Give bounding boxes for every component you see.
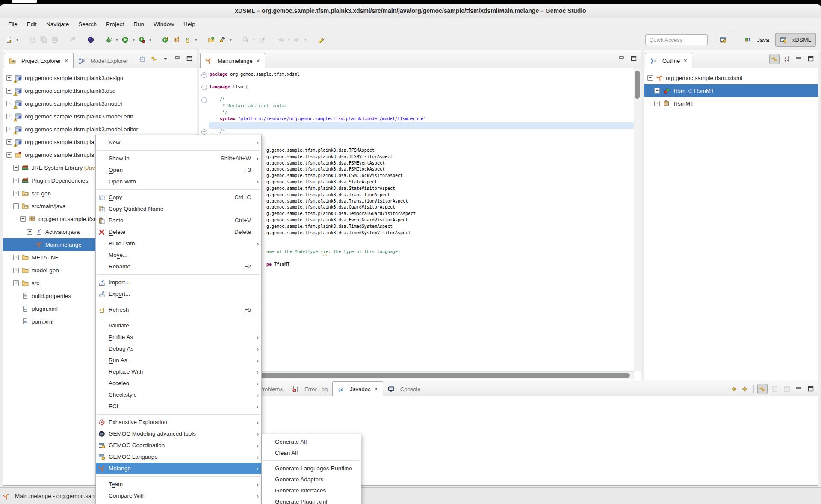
link-with-editor-button[interactable] — [769, 54, 780, 64]
window-titlebar[interactable]: xDSML – org.gemoc.sample.tfsm.plaink3.xd… — [0, 4, 821, 18]
expand-toggle-icon[interactable]: + — [13, 191, 19, 196]
print-button[interactable] — [49, 34, 60, 45]
run-dropdown-caret[interactable]: ▾ — [131, 38, 136, 42]
expand-toggle-icon[interactable]: + — [6, 114, 12, 119]
submenu-item-clean-all[interactable]: Clean All — [262, 447, 361, 458]
next-annotation-button[interactable] — [240, 34, 251, 45]
new-java-package-button[interactable] — [171, 34, 182, 45]
external-tools-dropdown-caret[interactable]: ▾ — [148, 38, 153, 42]
tab-outline[interactable]: Outline✕ — [645, 53, 692, 68]
menu-item-new[interactable]: New› — [96, 137, 261, 148]
tab-error-log[interactable]: Error Log — [287, 382, 332, 396]
menu-window[interactable]: Window — [149, 20, 179, 29]
maximize-button[interactable] — [806, 384, 815, 394]
menu-navigate[interactable]: Navigate — [41, 20, 74, 29]
menu-item-replace-with[interactable]: Replace With› — [96, 366, 261, 377]
menu-item-gemoc-modeling-advanced-tools[interactable]: MGEMOC Modeling advanced tools› — [96, 428, 261, 439]
collapse-toggle-icon[interactable]: − — [20, 216, 26, 222]
tab-javadoc[interactable]: @Javadoc✕ — [332, 381, 383, 397]
minimize-button[interactable] — [794, 54, 803, 64]
next-annotation-dropdown-caret[interactable]: ▾ — [251, 38, 257, 42]
close-icon[interactable]: ✕ — [374, 386, 378, 392]
fold-collapse-icon[interactable]: − — [201, 72, 207, 78]
menu-item-copy-qualified-name[interactable]: Copy Qualified Name — [96, 203, 261, 215]
expand-toggle-icon[interactable]: + — [13, 255, 19, 260]
minimize-button[interactable] — [617, 54, 626, 63]
minimize-button[interactable] — [173, 54, 182, 63]
minimize-button[interactable] — [794, 384, 803, 394]
expand-toggle-icon[interactable]: + — [6, 127, 12, 132]
tree-item-org-gemoc-sample-tfsm-plaink3-model[interactable]: +org.gemoc.sample.tfsm.plaink3.model — [3, 97, 197, 110]
tree-item-tfsm-tfsmmt-selected[interactable]: +Tfsm ◁ TfsmMT — [644, 84, 818, 97]
tree-item-org-gemoc-sample-tfsm-plaink3-design[interactable]: +org.gemoc.sample.tfsm.plaink3.design — [3, 71, 197, 84]
mark-occurrences-button[interactable] — [315, 34, 326, 45]
close-icon[interactable]: ✕ — [683, 58, 687, 64]
menu-item-open-with[interactable]: Open With› — [96, 176, 261, 187]
menu-item-gemoc-language[interactable]: GEMOC Language› — [96, 451, 261, 463]
new-java-class-button[interactable]: C — [160, 34, 171, 45]
menu-item-copy[interactable]: CopyCtrl+C — [96, 192, 261, 203]
menu-help[interactable]: Help — [179, 20, 200, 29]
editor-vertical-scrollbar[interactable] — [634, 68, 641, 371]
expand-toggle-icon[interactable]: + — [13, 280, 19, 286]
menu-item-show-in[interactable]: Show InShift+Alt+W› — [96, 153, 261, 164]
menu-item-ecl[interactable]: ECL› — [96, 401, 261, 412]
debug-dropdown-caret[interactable]: ▾ — [114, 38, 120, 42]
editor-horizontal-scrollbar[interactable] — [200, 371, 634, 379]
menu-item-paste[interactable]: PasteCtrl+V — [96, 215, 261, 226]
menu-item-export[interactable]: Export... — [96, 288, 261, 300]
search-button[interactable] — [217, 34, 228, 45]
forward-button[interactable] — [741, 384, 750, 394]
code-editor[interactable]: package org.gemoc.sample.tfsm.xdsmllangu… — [210, 71, 633, 371]
back-button[interactable] — [275, 34, 286, 45]
open-task-button[interactable] — [206, 34, 217, 45]
expand-toggle-icon[interactable]: + — [6, 101, 12, 106]
open-perspective-button[interactable] — [718, 35, 728, 44]
fold-collapse-icon[interactable]: − — [201, 97, 207, 103]
menu-run[interactable]: Run — [129, 20, 149, 29]
coverage-dropdown-caret[interactable]: ▾ — [193, 38, 199, 42]
tab-project-explorer[interactable]: Project Explorer✕ — [4, 53, 74, 68]
menu-edit[interactable]: Edit — [22, 20, 41, 29]
collapse-toggle-icon[interactable]: − — [13, 203, 19, 209]
scrollbar-thumb[interactable] — [635, 71, 640, 99]
menu-item-validate[interactable]: Validate — [96, 320, 261, 331]
expand-toggle-icon[interactable]: + — [6, 139, 12, 145]
menu-item-refresh[interactable]: RefreshF5 — [96, 304, 261, 315]
link-with-editor-button[interactable] — [149, 54, 158, 63]
menu-project[interactable]: Project — [101, 20, 129, 29]
tab-model-explorer[interactable]: Model Explorer — [74, 53, 133, 68]
menu-item-exhaustive-exploration[interactable]: Exhaustive Exploration› — [96, 416, 261, 428]
menu-item-run-as[interactable]: Run As› — [96, 354, 261, 366]
tab-main-melange[interactable]: Main.melange✕ — [200, 53, 265, 68]
forward-dropdown-caret[interactable]: ▾ — [303, 38, 308, 42]
menu-item-move[interactable]: Move... — [96, 249, 261, 261]
expand-toggle-icon[interactable]: + — [654, 88, 660, 94]
back-dropdown-caret[interactable]: ▾ — [286, 38, 292, 42]
scrollbar-thumb[interactable] — [201, 373, 630, 378]
perspective-xdsml[interactable]: xDSML — [775, 33, 816, 47]
save-all-button[interactable] — [38, 34, 49, 45]
expand-toggle-icon[interactable]: + — [654, 101, 660, 106]
menu-item-gemoc-coordination[interactable]: GEMOC Coordination› — [96, 439, 261, 451]
expand-toggle-icon[interactable]: + — [6, 75, 12, 81]
quick-access-input[interactable] — [645, 34, 708, 45]
expand-toggle-icon[interactable]: + — [13, 268, 19, 273]
collapse-toggle-icon[interactable]: − — [6, 152, 12, 158]
close-icon[interactable]: ✕ — [256, 58, 260, 64]
run-button[interactable] — [120, 34, 131, 45]
menu-item-acceleo[interactable]: Acceleo› — [96, 377, 261, 389]
menu-item-import[interactable]: Import... — [96, 277, 261, 288]
expand-toggle-icon[interactable]: + — [13, 178, 19, 183]
expand-toggle-icon[interactable]: + — [27, 229, 32, 235]
submenu-item-generate-plugin-xml[interactable]: Generate Plugin.xml — [262, 496, 361, 504]
tab-console[interactable]: Console — [383, 382, 425, 396]
maximize-button[interactable] — [629, 54, 638, 63]
prev-annotation-button[interactable] — [257, 34, 268, 45]
new-wizard-button[interactable] — [3, 34, 15, 45]
menu-item-delete[interactable]: DeleteDelete — [96, 226, 261, 238]
debug-button[interactable] — [103, 34, 114, 45]
build-button[interactable] — [67, 34, 78, 45]
menu-item-build-path[interactable]: Build Path› — [96, 238, 261, 249]
menu-search[interactable]: Search — [74, 20, 101, 29]
